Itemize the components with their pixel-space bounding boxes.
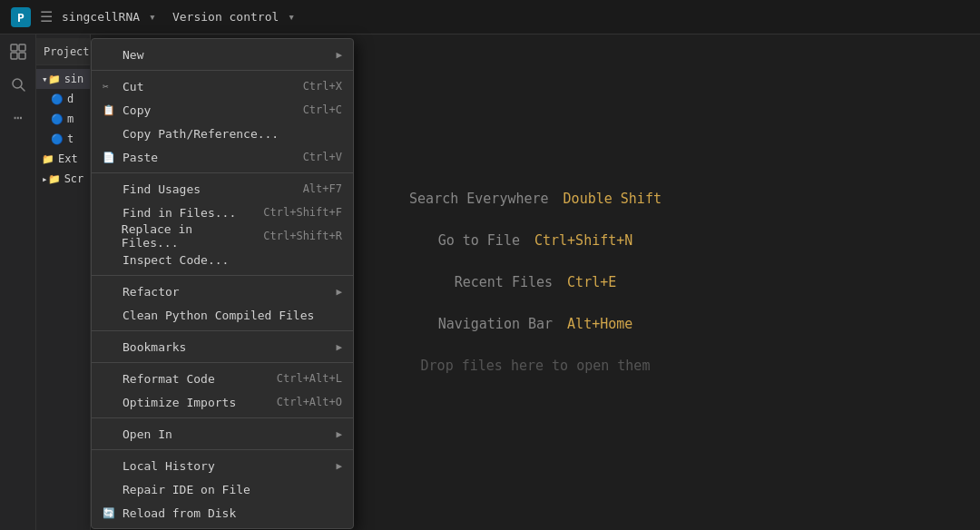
svg-rect-5 (19, 53, 25, 59)
menu-item-arrow: ▶ (336, 286, 342, 298)
menu-item-local-history[interactable]: Local History▶ (92, 454, 353, 477)
key-goto-file: Ctrl+Shift+N (534, 232, 632, 249)
tree-item-d[interactable]: 🔵 d (36, 89, 90, 109)
project-name[interactable]: singcellRNA (62, 10, 140, 24)
hamburger-icon[interactable]: ☰ (40, 8, 53, 25)
menu-item-label: Copy (122, 103, 151, 117)
menu-item-label: Inspect Code... (122, 253, 229, 267)
folder-icon: 📁 (42, 153, 54, 165)
menu-item-copy-path/reference...[interactable]: Copy Path/Reference... (92, 122, 353, 145)
menu-item-shortcut: Ctrl+Shift+F (263, 206, 342, 219)
shortcut-hint-goto: Go to File Ctrl+Shift+N (438, 232, 633, 249)
menu-item-label: Replace in Files... (122, 222, 245, 250)
action-goto-file: Go to File (438, 232, 520, 249)
menu-item-replace-in-files...[interactable]: Replace in Files...Ctrl+Shift+R (92, 224, 353, 248)
tree-label: sin (64, 73, 84, 85)
menu-item-label: Reformat Code (122, 372, 215, 386)
project-panel-title: Project (44, 45, 90, 58)
action-search-everywhere: Search Everywhere (409, 191, 549, 207)
menu-item-bookmarks[interactable]: Bookmarks▶ (92, 335, 353, 358)
key-nav-bar: Alt+Home (567, 316, 632, 332)
menu-separator-19 (92, 417, 353, 418)
folder-icon: ▸📁 (42, 173, 61, 185)
menu-separator-16 (92, 362, 353, 363)
menu-item-icon: 📋 (103, 104, 115, 116)
project-tree: ▾📁 sin 🔵 d 🔵 m 🔵 t 📁 Ext ▸📁 Scr (36, 65, 90, 192)
file-icon-blue: 🔵 (51, 133, 64, 145)
tree-item-m[interactable]: 🔵 m (36, 109, 90, 129)
menu-item-label: Find in Files... (122, 206, 236, 220)
menu-item-label: Optimize Imports (122, 396, 236, 409)
menu-item-optimize-imports[interactable]: Optimize ImportsCtrl+Alt+O (92, 390, 353, 414)
tree-item-scr[interactable]: ▸📁 Scr (36, 169, 90, 189)
menu-item-reformat-code[interactable]: Reformat CodeCtrl+Alt+L (92, 367, 353, 390)
more-icon[interactable]: ⋯ (8, 107, 28, 127)
menu-item-label: Cut (122, 80, 143, 93)
tree-label: Scr (64, 172, 84, 185)
vcs-dropdown-icon[interactable]: ▾ (288, 10, 295, 24)
menu-item-label: Refactor (122, 285, 180, 299)
menu-item-label: Clean Python Compiled Files (122, 309, 314, 322)
menu-item-open-in[interactable]: Open In▶ (92, 422, 353, 446)
menu-item-copy[interactable]: 📋CopyCtrl+C (92, 98, 353, 122)
menu-item-shortcut: Ctrl+Alt+O (277, 396, 342, 408)
shortcut-hint-recent: Recent Files Ctrl+E (455, 274, 617, 290)
tree-item-ext[interactable]: 📁 Ext (36, 149, 90, 169)
menu-item-inspect-code...[interactable]: Inspect Code... (92, 248, 353, 271)
menu-item-label: Paste (122, 151, 158, 164)
menu-item-icon: 🔄 (103, 507, 115, 519)
svg-rect-4 (11, 53, 17, 59)
file-icon-blue: 🔵 (51, 93, 64, 105)
titlebar: P ☰ singcellRNA ▾ Version control ▾ (0, 0, 980, 34)
menu-item-label: Open In (122, 427, 172, 441)
app-logo: P (11, 7, 31, 27)
menu-separator-6 (92, 172, 353, 173)
menu-item-label: Repair IDE on File (122, 483, 250, 496)
menu-item-arrow: ▶ (336, 460, 342, 472)
svg-rect-2 (11, 44, 17, 51)
svg-text:P: P (17, 11, 24, 25)
menu-item-find-usages[interactable]: Find UsagesAlt+F7 (92, 177, 353, 201)
project-panel-header: Project ▾ (36, 38, 90, 65)
search-icon[interactable] (8, 74, 28, 94)
menu-item-paste[interactable]: 📄PasteCtrl+V (92, 145, 353, 169)
tree-item-sin[interactable]: ▾📁 sin (36, 69, 90, 89)
titlebar-vcs-label[interactable]: Version control (172, 10, 279, 24)
menu-item-label: Bookmarks (122, 340, 186, 354)
menu-item-refactor[interactable]: Refactor▶ (92, 280, 353, 303)
tree-label: d (67, 93, 74, 105)
menu-separator-21 (92, 449, 353, 450)
menu-item-repair-ide-on-file[interactable]: Repair IDE on File (92, 477, 353, 501)
menu-item-reload-from-disk[interactable]: 🔄Reload from Disk (92, 501, 353, 525)
tree-label: Ext (58, 152, 78, 165)
menu-item-arrow: ▶ (336, 341, 342, 353)
menu-item-find-in-files...[interactable]: Find in Files...Ctrl+Shift+F (92, 201, 353, 224)
menu-item-icon: 📄 (103, 152, 115, 163)
shortcut-hint-search: Search Everywhere Double Shift (409, 191, 662, 207)
menu-item-shortcut: Ctrl+X (303, 80, 342, 93)
tree-label: t (67, 132, 74, 145)
menu-item-label: Find Usages (122, 182, 201, 196)
menu-item-shortcut: Ctrl+Alt+L (277, 372, 342, 385)
action-nav-bar: Navigation Bar (438, 316, 553, 332)
menu-item-shortcut: Alt+F7 (303, 182, 342, 195)
svg-line-7 (21, 87, 24, 91)
tree-item-t[interactable]: 🔵 t (36, 129, 90, 149)
key-search-everywhere: Double Shift (564, 191, 662, 207)
key-recent-files: Ctrl+E (567, 274, 616, 290)
menu-item-arrow: ▶ (336, 428, 342, 440)
action-recent-files: Recent Files (455, 274, 553, 290)
menu-item-new[interactable]: New▶ (92, 43, 353, 66)
menu-item-shortcut: Ctrl+Shift+R (263, 230, 342, 242)
project-icon[interactable] (8, 42, 28, 62)
project-dropdown-icon[interactable]: ▾ (149, 10, 156, 24)
file-icon-blue: 🔵 (51, 113, 64, 125)
folder-icon: ▾📁 (42, 74, 61, 85)
menu-item-label: New (122, 48, 143, 62)
menu-item-cut[interactable]: ✂CutCtrl+X (92, 74, 353, 98)
svg-rect-3 (19, 44, 25, 51)
menu-separator-1 (92, 70, 353, 71)
menu-item-label: Copy Path/Reference... (122, 127, 279, 141)
menu-separator-14 (92, 330, 353, 331)
menu-item-clean-python-compiled-files[interactable]: Clean Python Compiled Files (92, 303, 353, 327)
